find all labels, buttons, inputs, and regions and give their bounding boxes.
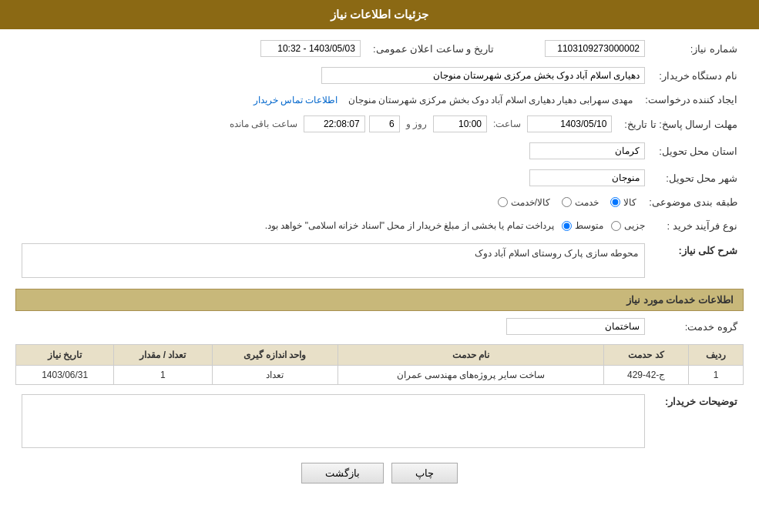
category-options: کالا خدمت کالا/خدمت [62, 193, 643, 211]
purchase-options: جزیی متوسط پرداخت تمام یا بخشی از مبلغ خ… [15, 215, 651, 236]
info-table-buyer-desc: توضیحات خریدار: [15, 391, 744, 451]
deadline-remaining-label: ساعت باقی مانده [230, 119, 297, 129]
info-table-row7: طبقه بندی موضوعی: کالا خدمت کالا/خدمت [15, 193, 744, 211]
category-label: طبقه بندی موضوعی: [643, 193, 744, 211]
request-number-value [531, 37, 651, 60]
creator-value: مهدی سهرابی دهیار دهیاری اسلام آباد دوک … [15, 91, 639, 109]
request-number-input[interactable] [545, 40, 645, 57]
category-label-1: کالا [623, 197, 636, 208]
deadline-time-label: ساعت: [493, 119, 521, 129]
header-title: جزئیات اطلاعات نیاز [331, 8, 428, 21]
cell-qty: 1 [114, 366, 212, 385]
creator-label: ایجاد کننده درخواست: [639, 91, 744, 109]
description-label: شرح کلی نیاز: [651, 240, 744, 281]
purchase-label-2: متوسط [575, 220, 603, 231]
btn-back[interactable]: بازگشت [301, 463, 384, 483]
service-group-label: گروه خدمت: [651, 315, 744, 338]
info-table-row1: شماره نیاز: تاریخ و ساعت اعلان عمومی: [15, 37, 744, 60]
service-group-input[interactable] [506, 318, 645, 335]
cell-row: 1 [688, 366, 743, 385]
info-table-row2: نام دستگاه خریدار: [15, 64, 744, 87]
description-value: محوطه سازی پارک روستای اسلام آباد دوک [15, 240, 651, 281]
col-header-code: کد حدمت [604, 345, 689, 366]
cell-unit: تعداد [212, 366, 338, 385]
category-option-2[interactable]: خدمت [562, 197, 599, 208]
buyer-desc-label: توضیحات خریدار: [651, 391, 744, 451]
purchase-note: پرداخت تمام یا بخشی از مبلغ خریدار از مح… [265, 220, 554, 231]
table-row: 1 ج-42-429 ساخت سایر پروژه‌های مهندسی عم… [16, 366, 744, 385]
creator-text: مهدی سهرابی دهیار دهیاری اسلام آباد دوک … [348, 95, 633, 105]
info-table-row6: شهر محل تحویل: [15, 166, 744, 189]
category-radio-2[interactable] [562, 197, 572, 207]
info-table-row8: نوع فرآیند خرید : جزیی متوسط پرداخت تمام… [15, 215, 744, 236]
org-name-input[interactable] [321, 67, 645, 84]
province-input[interactable] [529, 142, 645, 159]
announce-date-value [247, 37, 367, 60]
org-name-value [38, 64, 651, 87]
deadline-fields: ساعت: روز و ساعت باقی مانده [15, 112, 618, 136]
btn-print[interactable]: چاپ [391, 463, 458, 483]
deadline-time-input[interactable] [433, 115, 487, 132]
services-table: ردیف کد حدمت نام حدمت واحد اندازه گیری ت… [15, 344, 744, 385]
cell-date: 1403/06/31 [16, 366, 114, 385]
description-text: محوطه سازی پارک روستای اسلام آباد دوک [22, 243, 645, 278]
request-number-label: شماره نیاز: [651, 37, 744, 60]
col-header-unit: واحد اندازه گیری [212, 345, 338, 366]
button-bar: چاپ بازگشت [15, 463, 744, 483]
deadline-label: مهلت ارسال پاسخ: تا تاریخ: [618, 112, 744, 136]
purchase-type-label: نوع فرآیند خرید : [651, 215, 744, 236]
deadline-days-input[interactable] [369, 115, 400, 132]
city-value [72, 166, 651, 189]
description-label-text: شرح کلی نیاز: [678, 245, 737, 256]
category-radio-1[interactable] [610, 197, 620, 207]
category-label-3: کالا/خدمت [511, 197, 550, 208]
info-table-desc: شرح کلی نیاز: محوطه سازی پارک روستای اسل… [15, 240, 744, 281]
purchase-label-1: جزیی [624, 220, 645, 231]
deadline-remaining-input[interactable] [304, 115, 365, 132]
col-header-name: نام حدمت [338, 345, 604, 366]
col-header-date: تاریخ نیاز [16, 345, 114, 366]
deadline-date-input[interactable] [527, 115, 612, 132]
org-name-label: نام دستگاه خریدار: [651, 64, 744, 87]
province-label: استان محل تحویل: [651, 139, 744, 162]
contact-link[interactable]: اطلاعات تماس خریدار [254, 95, 338, 105]
buyer-desc-label-text: توضیحات خریدار: [665, 396, 737, 407]
buyer-desc-value [15, 391, 651, 451]
deadline-days-label: روز و [406, 119, 427, 129]
page-container: جزئیات اطلاعات نیاز شماره نیاز: تاریخ و … [0, 0, 759, 532]
info-table-service-group: گروه خدمت: [15, 315, 744, 338]
announce-date-input[interactable] [260, 40, 361, 57]
purchase-radio-1[interactable] [611, 221, 621, 231]
info-table-row3: ایجاد کننده درخواست: مهدی سهرابی دهیار د… [15, 91, 744, 109]
purchase-radio-2[interactable] [562, 221, 572, 231]
col-header-row: ردیف [688, 345, 743, 366]
content-area: شماره نیاز: تاریخ و ساعت اعلان عمومی: نا… [0, 29, 759, 491]
category-radio-3[interactable] [498, 197, 508, 207]
info-table-row4: مهلت ارسال پاسخ: تا تاریخ: ساعت: روز و س… [15, 112, 744, 136]
purchase-option-1[interactable]: جزیی [611, 220, 645, 231]
info-table-row5: استان محل تحویل: [15, 139, 744, 162]
category-label-2: خدمت [575, 197, 599, 208]
buyer-desc-box [22, 394, 645, 448]
cell-code: ج-42-429 [604, 366, 689, 385]
col-header-qty: تعداد / مقدار [114, 345, 212, 366]
purchase-option-2[interactable]: متوسط [562, 220, 603, 231]
services-section-header: اطلاعات خدمات مورد نیاز [15, 289, 744, 311]
city-input[interactable] [529, 169, 645, 186]
announce-date-label: تاریخ و ساعت اعلان عمومی: [367, 37, 500, 60]
page-header: جزئیات اطلاعات نیاز [0, 0, 759, 29]
province-value [72, 139, 651, 162]
category-option-1[interactable]: کالا [610, 197, 636, 208]
service-group-value [15, 315, 651, 338]
city-label: شهر محل تحویل: [651, 166, 744, 189]
category-option-3[interactable]: کالا/خدمت [498, 197, 550, 208]
cell-name: ساخت سایر پروژه‌های مهندسی عمران [338, 366, 604, 385]
